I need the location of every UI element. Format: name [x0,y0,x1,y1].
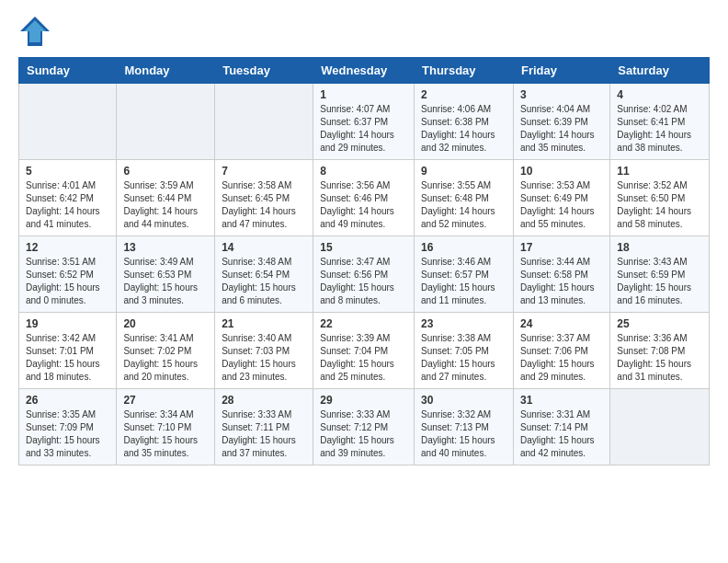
calendar-week-4: 19Sunrise: 3:42 AM Sunset: 7:01 PM Dayli… [19,313,710,389]
day-info: Sunrise: 3:38 AM Sunset: 7:05 PM Dayligh… [421,332,506,384]
calendar-cell: 13Sunrise: 3:49 AM Sunset: 6:53 PM Dayli… [117,236,215,313]
day-number: 21 [222,317,306,330]
calendar-header-thursday: Thursday [415,58,514,84]
calendar-cell: 23Sunrise: 3:38 AM Sunset: 7:05 PM Dayli… [415,313,514,389]
day-info: Sunrise: 4:06 AM Sunset: 6:38 PM Dayligh… [421,103,506,155]
calendar-cell [610,389,710,465]
day-info: Sunrise: 3:31 AM Sunset: 7:14 PM Dayligh… [520,408,603,460]
day-info: Sunrise: 3:42 AM Sunset: 7:01 PM Dayligh… [26,332,109,384]
header [18,15,710,48]
day-number: 4 [617,88,702,101]
calendar-header-saturday: Saturday [610,58,710,84]
day-number: 27 [123,394,208,407]
calendar-cell: 5Sunrise: 4:01 AM Sunset: 6:42 PM Daylig… [19,160,117,236]
day-info: Sunrise: 3:43 AM Sunset: 6:59 PM Dayligh… [617,256,702,307]
calendar-cell [117,84,215,160]
day-number: 12 [26,241,109,254]
calendar-week-2: 5Sunrise: 4:01 AM Sunset: 6:42 PM Daylig… [19,160,710,236]
day-number: 25 [617,317,702,330]
calendar-header-friday: Friday [513,58,609,84]
logo [18,15,55,48]
day-info: Sunrise: 4:02 AM Sunset: 6:41 PM Dayligh… [617,103,702,155]
calendar-cell: 11Sunrise: 3:52 AM Sunset: 6:50 PM Dayli… [610,160,710,236]
day-number: 13 [123,241,208,254]
day-info: Sunrise: 3:33 AM Sunset: 7:11 PM Dayligh… [222,408,306,460]
day-number: 20 [123,317,208,330]
day-number: 11 [617,165,702,178]
calendar-cell: 20Sunrise: 3:41 AM Sunset: 7:02 PM Dayli… [117,313,215,389]
calendar-cell: 9Sunrise: 3:55 AM Sunset: 6:48 PM Daylig… [415,160,514,236]
day-number: 17 [520,241,603,254]
day-number: 14 [222,241,306,254]
calendar-cell: 14Sunrise: 3:48 AM Sunset: 6:54 PM Dayli… [215,236,313,313]
calendar-cell [19,84,117,160]
calendar-cell: 2Sunrise: 4:06 AM Sunset: 6:38 PM Daylig… [415,84,514,160]
calendar-cell: 28Sunrise: 3:33 AM Sunset: 7:11 PM Dayli… [215,389,313,465]
calendar-cell: 24Sunrise: 3:37 AM Sunset: 7:06 PM Dayli… [513,313,609,389]
day-info: Sunrise: 3:46 AM Sunset: 6:57 PM Dayligh… [421,256,506,307]
day-number: 31 [520,394,603,407]
day-info: Sunrise: 3:59 AM Sunset: 6:44 PM Dayligh… [123,179,208,231]
day-number: 15 [320,241,407,254]
day-info: Sunrise: 3:49 AM Sunset: 6:53 PM Dayligh… [123,256,208,307]
day-number: 8 [320,165,407,178]
calendar-cell: 22Sunrise: 3:39 AM Sunset: 7:04 PM Dayli… [313,313,415,389]
calendar-table: SundayMondayTuesdayWednesdayThursdayFrid… [18,57,710,465]
day-number: 28 [222,394,306,407]
calendar-cell [215,84,313,160]
day-info: Sunrise: 3:53 AM Sunset: 6:49 PM Dayligh… [520,179,603,231]
calendar-cell: 10Sunrise: 3:53 AM Sunset: 6:49 PM Dayli… [513,160,609,236]
day-info: Sunrise: 4:04 AM Sunset: 6:39 PM Dayligh… [520,103,603,155]
calendar-week-1: 1Sunrise: 4:07 AM Sunset: 6:37 PM Daylig… [19,84,710,160]
page: SundayMondayTuesdayWednesdayThursdayFrid… [0,0,728,480]
day-info: Sunrise: 3:55 AM Sunset: 6:48 PM Dayligh… [421,179,506,231]
day-info: Sunrise: 3:52 AM Sunset: 6:50 PM Dayligh… [617,179,702,231]
day-info: Sunrise: 3:47 AM Sunset: 6:56 PM Dayligh… [320,256,407,307]
calendar-cell: 12Sunrise: 3:51 AM Sunset: 6:52 PM Dayli… [19,236,117,313]
calendar-cell: 15Sunrise: 3:47 AM Sunset: 6:56 PM Dayli… [313,236,415,313]
day-number: 16 [421,241,506,254]
day-number: 3 [520,88,603,101]
calendar-header-row: SundayMondayTuesdayWednesdayThursdayFrid… [19,58,710,84]
day-number: 26 [26,394,109,407]
calendar-cell: 3Sunrise: 4:04 AM Sunset: 6:39 PM Daylig… [513,84,609,160]
calendar-header-tuesday: Tuesday [215,58,313,84]
calendar-cell: 6Sunrise: 3:59 AM Sunset: 6:44 PM Daylig… [117,160,215,236]
day-number: 18 [617,241,702,254]
calendar-cell: 7Sunrise: 3:58 AM Sunset: 6:45 PM Daylig… [215,160,313,236]
day-info: Sunrise: 3:41 AM Sunset: 7:02 PM Dayligh… [123,332,208,384]
calendar-cell: 4Sunrise: 4:02 AM Sunset: 6:41 PM Daylig… [610,84,710,160]
calendar-cell: 21Sunrise: 3:40 AM Sunset: 7:03 PM Dayli… [215,313,313,389]
day-info: Sunrise: 3:39 AM Sunset: 7:04 PM Dayligh… [320,332,407,384]
day-info: Sunrise: 3:40 AM Sunset: 7:03 PM Dayligh… [222,332,306,384]
calendar-cell: 16Sunrise: 3:46 AM Sunset: 6:57 PM Dayli… [415,236,514,313]
calendar-cell: 18Sunrise: 3:43 AM Sunset: 6:59 PM Dayli… [610,236,710,313]
day-number: 24 [520,317,603,330]
day-info: Sunrise: 3:37 AM Sunset: 7:06 PM Dayligh… [520,332,603,384]
day-info: Sunrise: 3:35 AM Sunset: 7:09 PM Dayligh… [26,408,109,460]
day-info: Sunrise: 3:34 AM Sunset: 7:10 PM Dayligh… [123,408,208,460]
day-number: 19 [26,317,109,330]
day-info: Sunrise: 4:07 AM Sunset: 6:37 PM Dayligh… [320,103,407,155]
calendar-cell: 31Sunrise: 3:31 AM Sunset: 7:14 PM Dayli… [513,389,609,465]
calendar-cell: 26Sunrise: 3:35 AM Sunset: 7:09 PM Dayli… [19,389,117,465]
calendar-cell: 29Sunrise: 3:33 AM Sunset: 7:12 PM Dayli… [313,389,415,465]
day-info: Sunrise: 3:36 AM Sunset: 7:08 PM Dayligh… [617,332,702,384]
calendar-header-sunday: Sunday [19,58,117,84]
day-number: 9 [421,165,506,178]
day-number: 6 [123,165,208,178]
calendar-cell: 8Sunrise: 3:56 AM Sunset: 6:46 PM Daylig… [313,160,415,236]
day-info: Sunrise: 3:56 AM Sunset: 6:46 PM Dayligh… [320,179,407,231]
day-number: 5 [26,165,109,178]
day-number: 22 [320,317,407,330]
day-info: Sunrise: 3:48 AM Sunset: 6:54 PM Dayligh… [222,256,306,307]
day-info: Sunrise: 3:32 AM Sunset: 7:13 PM Dayligh… [421,408,506,460]
calendar-cell: 27Sunrise: 3:34 AM Sunset: 7:10 PM Dayli… [117,389,215,465]
calendar-cell: 19Sunrise: 3:42 AM Sunset: 7:01 PM Dayli… [19,313,117,389]
logo-icon [18,15,51,48]
calendar-week-5: 26Sunrise: 3:35 AM Sunset: 7:09 PM Dayli… [19,389,710,465]
calendar-cell: 25Sunrise: 3:36 AM Sunset: 7:08 PM Dayli… [610,313,710,389]
calendar-week-3: 12Sunrise: 3:51 AM Sunset: 6:52 PM Dayli… [19,236,710,313]
calendar-header-monday: Monday [117,58,215,84]
day-info: Sunrise: 3:33 AM Sunset: 7:12 PM Dayligh… [320,408,407,460]
